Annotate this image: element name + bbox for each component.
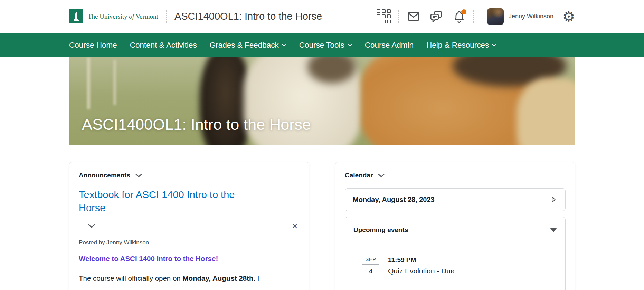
chevron-down-icon [348, 44, 352, 47]
body-text: The course will officially open on [79, 274, 182, 282]
posted-by-text: Posted by Jenny Wilkinson [79, 239, 300, 246]
header-divider [166, 10, 167, 23]
wordmark-pre: The University [88, 13, 129, 20]
top-header: The University of Vermont ASCI1400OL1: I… [0, 0, 644, 33]
upcoming-events-header[interactable]: Upcoming events [353, 226, 557, 234]
nav-course-home[interactable]: Course Home [69, 41, 117, 50]
email-button[interactable] [406, 9, 421, 24]
chat-button[interactable] [429, 9, 444, 24]
announcement-body: The course will officially open on Monda… [79, 273, 300, 283]
nav-label: Help & Resources [426, 41, 489, 50]
uvm-logo-icon[interactable] [69, 9, 83, 23]
course-banner: ASCI1400OL1: Intro to the Horse [69, 57, 575, 145]
nav-label: Course Home [69, 41, 117, 50]
header-divider [473, 10, 474, 23]
event-name: Quiz Evolution - Due [388, 267, 455, 275]
uvm-tower-icon [72, 11, 81, 22]
announcements-title: Announcements [79, 172, 130, 179]
event-time: 11:59 PM [388, 256, 455, 264]
chat-bubbles-icon [429, 10, 443, 23]
course-navbar: Course Home Content & Activities Grades … [0, 33, 644, 57]
email-icon [407, 10, 420, 23]
banner-fence-post [87, 57, 90, 109]
banner-fence-post [113, 60, 116, 105]
nav-label: Grades & Feedback [210, 41, 279, 50]
event-month: SEP [362, 256, 379, 265]
divider [353, 241, 557, 241]
nav-course-admin[interactable]: Course Admin [365, 41, 414, 50]
event-info: 11:59 PM Quiz Evolution - Due [388, 256, 455, 275]
user-avatar[interactable] [487, 8, 504, 25]
announcements-widget-header[interactable]: Announcements [79, 172, 300, 179]
event-list-item[interactable]: SEP 4 11:59 PM Quiz Evolution - Due [362, 256, 557, 275]
event-day: 4 [362, 268, 379, 275]
nav-label: Course Admin [365, 41, 414, 50]
settings-gear-icon[interactable]: ⚙ [562, 10, 575, 23]
calendar-title: Calendar [345, 172, 373, 179]
nav-content-activities[interactable]: Content & Activities [130, 41, 197, 50]
chevron-down-icon[interactable] [378, 174, 385, 177]
wordmark-post: Vermont [134, 13, 158, 20]
announcement-welcome-heading: Welcome to ASCI 1400 Intro to the Horse! [79, 254, 300, 263]
announcements-widget: Announcements Textbook for ASCI 1400 Int… [69, 162, 309, 290]
upcoming-events-title: Upcoming events [353, 226, 408, 234]
header-course-title: ASCI1400OL1: Intro to the Horse [174, 11, 322, 22]
app-grid-button[interactable] [376, 9, 391, 24]
nav-help-resources[interactable]: Help & Resources [426, 41, 496, 50]
banner-course-title: ASCI1400OL1: Intro to the Horse [82, 116, 311, 134]
announcement-post-link[interactable]: Textbook for ASCI 1400 Intro to the Hors… [79, 188, 260, 215]
chevron-down-icon [282, 44, 286, 47]
event-date-block: SEP 4 [362, 256, 379, 275]
wordmark-of: of [129, 13, 134, 20]
body-bold-date: Monday, August 28th [182, 274, 253, 282]
nav-label: Course Tools [299, 41, 344, 50]
banner-horse-flank [517, 78, 575, 145]
collapse-chevron-icon[interactable] [88, 224, 95, 228]
current-date: Monday, August 28, 2023 [353, 196, 435, 204]
dropdown-triangle-icon[interactable] [550, 228, 557, 232]
university-wordmark[interactable]: The University of Vermont [88, 13, 158, 20]
nav-label: Content & Activities [130, 41, 197, 50]
announcement-controls: ✕ [79, 222, 300, 230]
chevron-down-icon[interactable] [135, 174, 142, 177]
calendar-date-nav[interactable]: Monday, August 28, 2023 [345, 188, 566, 211]
dismiss-announcement-icon[interactable]: ✕ [292, 222, 298, 230]
header-divider [398, 10, 399, 23]
body-text: . I [253, 274, 259, 282]
upcoming-events-panel: Upcoming events SEP 4 11:59 PM Quiz Evol… [345, 217, 566, 290]
calendar-widget-header[interactable]: Calendar [345, 172, 566, 179]
chevron-down-icon [492, 44, 496, 47]
header-actions: Jenny Wilkinson ⚙ [376, 8, 575, 25]
notification-dot [461, 9, 466, 14]
widgets-area: Announcements Textbook for ASCI 1400 Int… [69, 162, 575, 290]
user-name[interactable]: Jenny Wilkinson [509, 13, 553, 20]
waffle-grid-icon [377, 9, 391, 23]
next-day-arrow-icon[interactable] [551, 196, 556, 203]
calendar-widget: Calendar Monday, August 28, 2023 Upcomin… [335, 162, 575, 290]
notifications-button[interactable] [452, 9, 467, 24]
nav-course-tools[interactable]: Course Tools [299, 41, 352, 50]
nav-grades-feedback[interactable]: Grades & Feedback [210, 41, 286, 50]
